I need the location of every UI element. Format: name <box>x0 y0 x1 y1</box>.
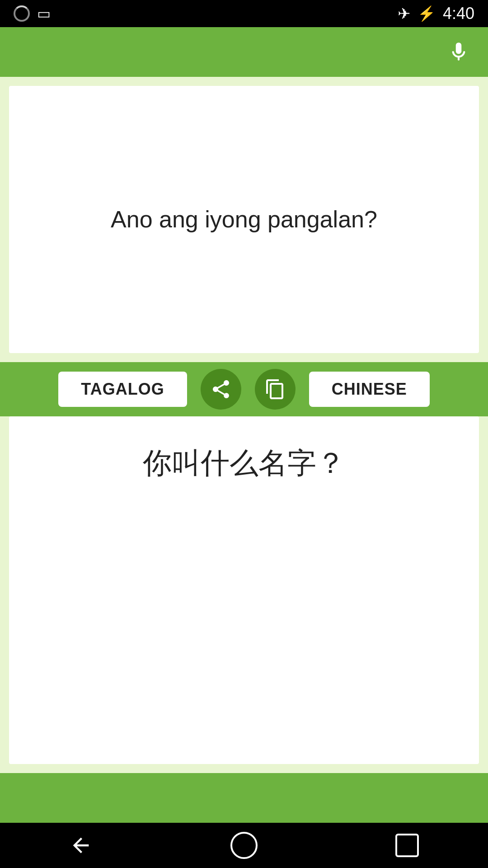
bottom-green-bar <box>0 773 488 823</box>
loading-icon <box>14 5 30 22</box>
share-button[interactable] <box>201 369 241 410</box>
home-button[interactable] <box>230 832 258 859</box>
source-panel: Ano ang iyong pangalan? <box>9 86 479 353</box>
language-bar: TAGALOG CHINESE <box>0 362 488 416</box>
mic-button[interactable] <box>447 41 470 63</box>
recent-apps-icon <box>395 834 419 857</box>
source-text: Ano ang iyong pangalan? <box>93 188 395 251</box>
recent-apps-button[interactable] <box>395 834 419 857</box>
back-icon <box>69 834 93 857</box>
translation-panel: 你叫什么名字？ <box>9 416 479 764</box>
copy-icon <box>264 378 286 400</box>
copy-button[interactable] <box>255 369 296 410</box>
back-button[interactable] <box>69 834 93 857</box>
status-bar: ▭ ✈ ⚡ 4:40 <box>0 0 488 27</box>
status-time: 4:40 <box>443 4 474 23</box>
translation-text: 你叫什么名字？ <box>125 443 363 483</box>
share-icon <box>210 378 232 400</box>
source-language-button[interactable]: TAGALOG <box>58 372 187 407</box>
target-language-button[interactable]: CHINESE <box>309 372 430 407</box>
nav-bar <box>0 823 488 868</box>
status-bar-left: ▭ <box>14 5 51 22</box>
battery-icon: ⚡ <box>418 5 436 22</box>
mic-icon <box>447 41 470 63</box>
app-bar <box>0 27 488 77</box>
main-content: Ano ang iyong pangalan? TAGALOG CHINESE … <box>0 77 488 823</box>
airplane-icon: ✈ <box>398 5 410 23</box>
home-icon <box>230 832 258 859</box>
sd-card-icon: ▭ <box>37 5 51 22</box>
status-bar-right: ✈ ⚡ 4:40 <box>398 4 474 23</box>
